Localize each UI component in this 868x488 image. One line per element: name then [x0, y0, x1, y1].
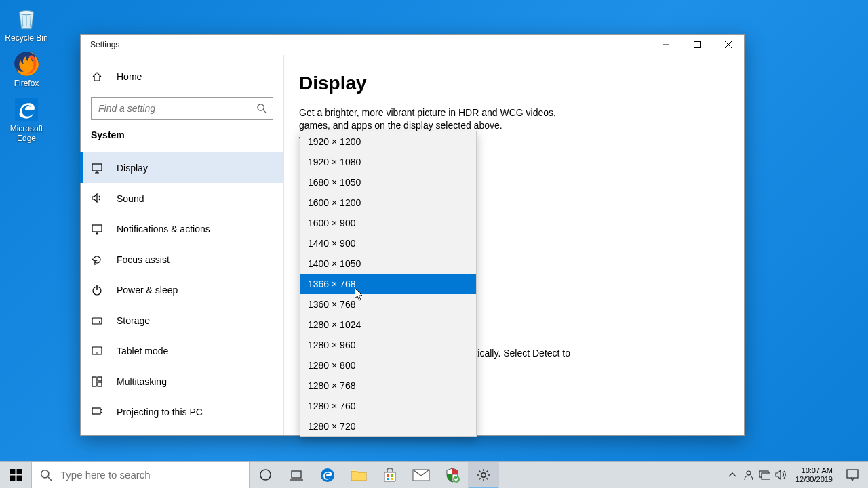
resolution-option[interactable]: 1440 × 900 [300, 233, 476, 253]
resolution-option[interactable]: 868 × 488 [300, 416, 476, 436]
svg-rect-27 [387, 478, 389, 480]
svg-rect-16 [92, 408, 100, 414]
svg-point-32 [747, 471, 751, 475]
resolution-option[interactable]: 1280 × 1024 [300, 314, 476, 335]
resolution-option[interactable]: 1600 × 1200 [300, 192, 476, 213]
close-icon [725, 41, 732, 48]
recycle-bin-icon [12, 4, 41, 33]
tray-chevron[interactable] [726, 469, 738, 481]
maximize-icon [694, 41, 701, 48]
network-icon [759, 470, 770, 480]
task-view-button[interactable] [281, 462, 312, 488]
minimize-button[interactable] [650, 35, 682, 55]
close-button[interactable] [713, 35, 744, 55]
multitasking-icon [91, 375, 103, 388]
sidebar-item-projecting[interactable]: Projecting to this PC [81, 396, 283, 427]
taskbar-search-input[interactable] [60, 469, 249, 481]
page-heading: Display [299, 73, 717, 94]
svg-rect-6 [92, 225, 102, 232]
sidebar-item-label: Multitasking [117, 376, 167, 387]
desktop-icon-edge[interactable]: Microsoft Edge [3, 95, 50, 142]
svg-point-7 [94, 256, 100, 263]
cortana-button[interactable] [250, 462, 281, 488]
sidebar-item-storage[interactable]: Storage [81, 305, 283, 336]
sidebar-item-label: Notifications & actions [117, 224, 210, 235]
taskbar-mail[interactable] [406, 462, 437, 488]
start-button[interactable] [0, 462, 31, 488]
svg-rect-5 [92, 164, 102, 171]
taskbar-file-explorer[interactable] [343, 462, 374, 488]
minimize-icon [663, 41, 669, 48]
notification-icon [846, 469, 859, 481]
resolution-option[interactable]: 1600 × 900 [300, 213, 476, 233]
sidebar-item-focus-assist[interactable]: Focus assist [81, 244, 283, 274]
resolution-dropdown[interactable]: 1920 × 12001920 × 10801680 × 10501600 × … [300, 131, 477, 437]
search-icon [40, 469, 52, 481]
resolution-option[interactable]: 1280 × 760 [300, 396, 476, 416]
svg-point-12 [96, 352, 98, 354]
tray-people[interactable] [743, 469, 755, 481]
store-icon [382, 468, 397, 483]
resolution-option[interactable]: 1920 × 1200 [300, 131, 476, 152]
resolution-option[interactable]: 1400 × 1050 [300, 253, 476, 274]
desktop-icon-label: Microsoft Edge [3, 125, 50, 142]
resolution-option[interactable]: 1360 × 768 [300, 294, 476, 314]
taskbar-security[interactable] [437, 462, 468, 488]
resolution-option[interactable]: 1366 × 768 [300, 274, 476, 294]
svg-rect-23 [292, 471, 301, 478]
sidebar-item-display[interactable]: Display [81, 152, 283, 183]
content-body: Get a brighter, more vibrant picture in … [299, 106, 584, 132]
sidebar-section-label: System [81, 129, 283, 140]
sidebar-home-label: Home [117, 71, 142, 82]
sidebar-item-notifications[interactable]: Notifications & actions [81, 214, 283, 244]
taskbar: 10:07 AM 12/30/2019 [0, 461, 868, 488]
resolution-option[interactable]: 1280 × 800 [300, 355, 476, 375]
power-sleep-icon [91, 284, 103, 296]
window-titlebar[interactable]: Settings [81, 35, 744, 55]
sidebar-item-tablet-mode[interactable]: Tablet mode [81, 336, 283, 366]
svg-point-22 [260, 470, 270, 480]
sidebar-item-label: Sound [117, 193, 144, 204]
folder-icon [351, 468, 367, 482]
taskbar-settings[interactable] [468, 462, 499, 488]
window-title: Settings [90, 40, 119, 49]
sidebar-home[interactable]: Home [81, 62, 283, 92]
windows-logo-icon [10, 469, 22, 481]
projecting-icon [91, 406, 103, 418]
sidebar-search[interactable] [91, 97, 273, 120]
desktop-icon-firefox[interactable]: Firefox [3, 49, 50, 88]
taskbar-clock[interactable]: 10:07 AM 12/30/2019 [791, 466, 837, 483]
firefox-icon [12, 49, 41, 78]
sidebar: Home System DisplaySoundNotifications & … [81, 55, 284, 435]
sidebar-item-sound[interactable]: Sound [81, 183, 283, 214]
desktop-icon-label: Recycle Bin [5, 34, 47, 43]
maximize-button[interactable] [682, 35, 713, 55]
svg-rect-34 [762, 473, 770, 479]
sound-icon [91, 192, 103, 205]
svg-rect-35 [847, 470, 858, 478]
focus-assist-icon [91, 253, 103, 266]
taskbar-search[interactable] [31, 462, 250, 488]
action-center-button[interactable] [841, 469, 864, 481]
svg-rect-13 [92, 377, 96, 386]
taskbar-edge[interactable] [312, 462, 343, 488]
resolution-option[interactable]: 1680 × 1050 [300, 172, 476, 192]
taskbar-store[interactable] [374, 462, 406, 488]
tray-network[interactable] [759, 469, 771, 481]
sidebar-item-multitasking[interactable]: Multitasking [81, 366, 283, 396]
edge-small-icon [319, 467, 336, 483]
people-icon [743, 470, 755, 481]
resolution-option[interactable]: 1280 × 768 [300, 375, 476, 396]
desktop-icon-recycle-bin[interactable]: Recycle Bin [3, 4, 50, 43]
tray-volume[interactable] [775, 469, 787, 481]
svg-rect-17 [10, 469, 15, 474]
sidebar-item-power-sleep[interactable]: Power & sleep [81, 274, 283, 305]
svg-rect-15 [98, 382, 102, 386]
resolution-option[interactable]: 1280 × 960 [300, 335, 476, 355]
svg-point-30 [453, 476, 460, 483]
search-input[interactable] [98, 103, 256, 114]
svg-rect-25 [387, 474, 389, 477]
svg-point-21 [41, 470, 49, 477]
svg-rect-14 [98, 377, 102, 381]
resolution-option[interactable]: 1920 × 1080 [300, 152, 476, 172]
